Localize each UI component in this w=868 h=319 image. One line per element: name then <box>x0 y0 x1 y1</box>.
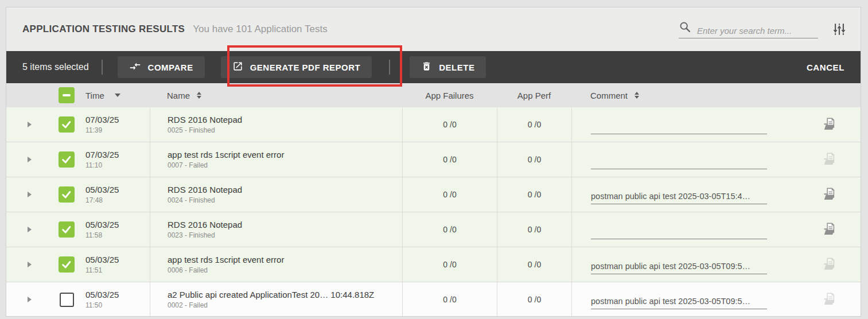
row-checkbox[interactable] <box>59 221 75 238</box>
delete-button-label: DELETE <box>439 63 474 72</box>
cancel-button[interactable]: CANCEL <box>807 63 844 72</box>
row-time: 11:39 <box>85 126 102 134</box>
page-subtitle: You have 101 Application Tests <box>193 24 327 35</box>
row-status: 0002 - Failed <box>168 301 208 309</box>
comment-field[interactable] <box>591 157 767 169</box>
app-frame: APPLICATION TESTING RESULTS You have 101… <box>6 7 861 317</box>
row-date: 05/03/25 <box>85 220 119 229</box>
row-checkbox[interactable] <box>59 116 75 133</box>
row-status: 0025 - Finished <box>168 126 215 134</box>
table-row[interactable]: 05/03/25 11:51 app test rds 1script even… <box>6 247 861 282</box>
row-app-perf: 0 /0 <box>497 247 571 282</box>
generate-pdf-report-button[interactable]: GENERATE PDF REPORT <box>221 56 372 78</box>
indeterminate-minus-icon <box>63 94 71 96</box>
expand-row-icon[interactable] <box>28 227 32 232</box>
check-icon <box>61 119 72 130</box>
comment-field[interactable]: postman public api test 2025-03-05T15:4… <box>591 192 767 204</box>
comment-text: postman public api test 2025-03-05T09:5… <box>591 297 750 306</box>
toolbar-divider <box>102 60 103 75</box>
search-icon <box>679 21 697 36</box>
search-box[interactable] <box>679 21 818 38</box>
column-header-time[interactable]: Time <box>85 91 104 100</box>
row-time: 17:48 <box>85 196 103 204</box>
search-area <box>679 21 847 38</box>
comment-text: postman public api test 2025-03-05T15:4… <box>591 192 750 201</box>
row-date: 05/03/25 <box>85 255 119 264</box>
table-row[interactable]: 07/03/25 11:39 RDS 2016 Notepad 0025 - F… <box>6 107 861 142</box>
search-input[interactable] <box>697 26 812 36</box>
expand-row-icon[interactable] <box>28 262 32 267</box>
comment-field[interactable]: postman public api test 2025-03-05T09:5… <box>591 262 767 274</box>
open-report-icon[interactable] <box>822 187 837 203</box>
row-date: 07/03/25 <box>85 115 119 125</box>
open-report-icon[interactable] <box>822 222 837 238</box>
row-time: 11:10 <box>85 161 102 169</box>
row-checkbox[interactable] <box>59 151 75 168</box>
column-header-name[interactable]: Name <box>167 91 190 100</box>
open-report-icon[interactable] <box>822 117 837 133</box>
column-header-app-perf[interactable]: App Perf <box>517 91 551 100</box>
check-icon <box>61 224 72 235</box>
row-app-perf: 0 /0 <box>497 177 571 212</box>
row-name: RDS 2016 Notepad <box>168 115 242 125</box>
row-name: a2 Public api created ApplicationTest 20… <box>168 290 374 299</box>
column-header-comment[interactable]: Comment <box>590 91 628 100</box>
expand-row-icon[interactable] <box>28 297 32 302</box>
row-time: 11:51 <box>85 266 102 274</box>
row-name: RDS 2016 Notepad <box>168 220 242 229</box>
row-checkbox[interactable] <box>59 256 75 273</box>
sort-descending-icon[interactable] <box>115 94 120 97</box>
table-row[interactable]: 07/03/25 11:10 app test rds 1script even… <box>6 142 861 177</box>
row-app-failures: 0 /0 <box>402 282 497 317</box>
header-bar: APPLICATION TESTING RESULTS You have 101… <box>6 7 861 51</box>
row-time: 11:58 <box>85 231 102 239</box>
column-header-app-failures[interactable]: App Failures <box>425 91 473 100</box>
comment-field[interactable]: postman public api test 2025-03-05T09:5… <box>591 297 767 309</box>
row-status: 0024 - Finished <box>168 196 215 204</box>
row-app-failures: 0 /0 <box>402 247 497 282</box>
table-row[interactable]: 05/03/25 11:58 RDS 2016 Notepad 0023 - F… <box>6 212 861 247</box>
generate-pdf-report-label: GENERATE PDF REPORT <box>250 63 361 72</box>
row-name: RDS 2016 Notepad <box>168 185 242 194</box>
check-icon <box>61 189 72 200</box>
open-in-new-icon <box>232 61 243 73</box>
row-date: 05/03/25 <box>85 290 119 299</box>
filter-icon[interactable] <box>832 22 847 37</box>
delete-button[interactable]: DELETE <box>410 56 486 78</box>
row-name: app test rds 1script event error <box>168 150 284 160</box>
row-app-failures: 0 /0 <box>402 142 497 177</box>
expand-row-icon[interactable] <box>28 192 32 197</box>
page-title: APPLICATION TESTING RESULTS <box>22 24 185 35</box>
expand-row-icon[interactable] <box>28 157 32 162</box>
check-icon <box>61 154 72 165</box>
sort-both-icon[interactable] <box>635 92 639 99</box>
open-report-icon[interactable] <box>822 257 837 273</box>
compare-arrows-icon <box>129 60 141 74</box>
toolbar-divider <box>389 60 390 75</box>
comment-field[interactable] <box>591 122 767 134</box>
expand-row-icon[interactable] <box>28 122 32 127</box>
compare-button-label: COMPARE <box>148 63 193 72</box>
select-all-checkbox[interactable] <box>59 87 75 103</box>
open-report-icon[interactable] <box>822 152 837 168</box>
row-name: app test rds 1script event error <box>168 255 284 264</box>
comment-field[interactable] <box>591 227 767 239</box>
check-icon <box>61 259 72 270</box>
row-status: 0023 - Finished <box>168 231 215 239</box>
row-app-perf: 0 /0 <box>497 107 571 142</box>
table-row[interactable]: 05/03/25 11:50 a2 Public api created App… <box>6 282 861 317</box>
row-app-failures: 0 /0 <box>402 177 497 212</box>
row-date: 05/03/25 <box>85 185 119 194</box>
open-report-icon[interactable] <box>822 292 837 308</box>
row-status: 0006 - Failed <box>168 266 208 274</box>
row-app-perf: 0 /0 <box>497 212 571 247</box>
table-header: Time Name App Failures App Perf Comment <box>6 83 861 107</box>
table-row[interactable]: 05/03/25 17:48 RDS 2016 Notepad 0024 - F… <box>6 177 861 212</box>
row-checkbox[interactable] <box>60 293 74 307</box>
row-app-failures: 0 /0 <box>402 212 497 247</box>
sort-both-icon[interactable] <box>197 92 201 99</box>
table-body: 07/03/25 11:39 RDS 2016 Notepad 0025 - F… <box>6 107 861 317</box>
row-checkbox[interactable] <box>59 186 75 203</box>
row-time: 11:50 <box>85 301 102 309</box>
compare-button[interactable]: COMPARE <box>118 56 205 78</box>
